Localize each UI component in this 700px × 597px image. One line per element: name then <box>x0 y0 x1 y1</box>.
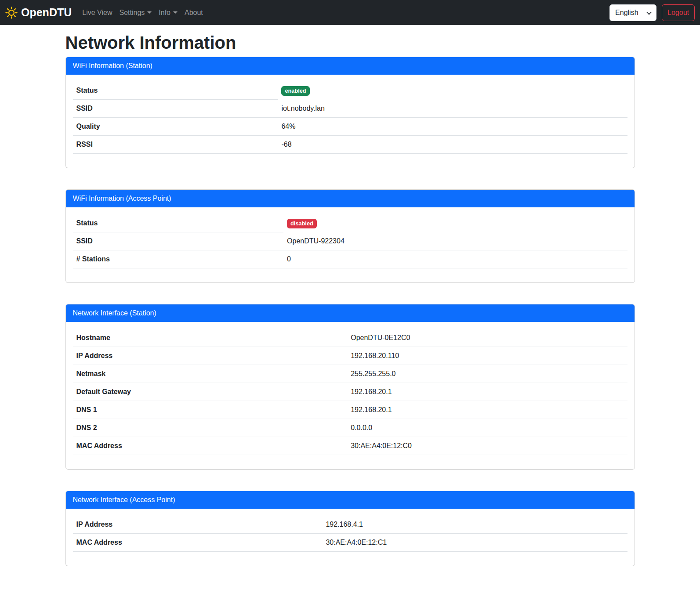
card-body: IP Address 192.168.4.1 MAC Address 30:AE… <box>66 509 635 566</box>
nav-item-label: About <box>185 7 203 18</box>
row-value: 192.168.20.1 <box>347 401 627 419</box>
row-value: 0 <box>283 250 627 268</box>
row-value: 192.168.20.110 <box>347 347 627 365</box>
table-row-dns2: DNS 2 0.0.0.0 <box>73 419 627 437</box>
row-value: 192.168.4.1 <box>322 516 627 534</box>
brand-link[interactable]: OpenDTU <box>5 4 72 21</box>
card-body: Status disabled SSID OpenDTU-922304 # St… <box>66 207 635 282</box>
nav-links: Live View Settings Info About <box>79 4 207 22</box>
chevron-down-icon <box>173 11 178 14</box>
card-header-network-interface-access-point: Network Interface (Access Point) <box>66 491 635 509</box>
wifi-access-point-table: Status disabled SSID OpenDTU-922304 # St… <box>73 214 627 268</box>
table-row-dns1: DNS 1 192.168.20.1 <box>73 401 627 419</box>
status-badge: enabled <box>281 86 309 96</box>
wifi-station-table: Status enabled SSID iot.nobody.lan Quali… <box>73 82 627 154</box>
table-row-hostname: Hostname OpenDTU-0E12C0 <box>73 329 627 347</box>
network-interface-station-table: Hostname OpenDTU-0E12C0 IP Address 192.1… <box>73 329 627 455</box>
network-interface-access-point-table: IP Address 192.168.4.1 MAC Address 30:AE… <box>73 516 627 552</box>
table-row-status: Status enabled <box>73 82 627 100</box>
row-value: OpenDTU-922304 <box>283 232 627 250</box>
card-wifi-station: WiFi Information (Station) Status enable… <box>65 57 635 168</box>
row-value: 64% <box>278 118 627 136</box>
row-label: SSID <box>73 100 278 118</box>
card-header-network-interface-station: Network Interface (Station) <box>66 304 635 322</box>
row-value: iot.nobody.lan <box>278 100 627 118</box>
nav-item-label: Settings <box>119 7 145 18</box>
card-header-wifi-station: WiFi Information (Station) <box>66 57 635 75</box>
table-row-ssid: SSID iot.nobody.lan <box>73 100 627 118</box>
status-badge: disabled <box>287 219 317 229</box>
card-wifi-access-point: WiFi Information (Access Point) Status d… <box>65 189 635 283</box>
card-body: Status enabled SSID iot.nobody.lan Quali… <box>66 75 635 168</box>
table-row-mac-address: MAC Address 30:AE:A4:0E:12:C0 <box>73 437 627 455</box>
row-value: 30:AE:A4:0E:12:C0 <box>347 437 627 455</box>
table-row-ip-address: IP Address 192.168.4.1 <box>73 516 627 534</box>
table-row-mac-address: MAC Address 30:AE:A4:0E:12:C1 <box>73 534 627 552</box>
row-label: DNS 2 <box>73 419 348 437</box>
navbar-right: English Logout <box>609 4 695 21</box>
brand-label: OpenDTU <box>21 4 72 21</box>
row-label: # Stations <box>73 250 284 268</box>
row-label: SSID <box>73 232 284 250</box>
row-label: MAC Address <box>73 534 323 552</box>
nav-item-label: Live View <box>82 7 112 18</box>
row-value: 30:AE:A4:0E:12:C1 <box>322 534 627 552</box>
row-label: RSSI <box>73 136 278 154</box>
row-value: enabled <box>278 82 627 100</box>
nav-item-live-view[interactable]: Live View <box>79 4 116 22</box>
table-row-status: Status disabled <box>73 214 627 232</box>
logout-button[interactable]: Logout <box>662 4 695 21</box>
card-network-interface-station: Network Interface (Station) Hostname Ope… <box>65 304 635 470</box>
row-label: MAC Address <box>73 437 348 455</box>
nav-item-info[interactable]: Info <box>155 4 181 22</box>
nav-item-label: Info <box>159 7 170 18</box>
row-label: Default Gateway <box>73 383 348 401</box>
card-header-wifi-access-point: WiFi Information (Access Point) <box>66 190 635 207</box>
nav-item-about[interactable]: About <box>181 4 207 22</box>
sun-icon <box>5 7 18 19</box>
row-value: 0.0.0.0 <box>347 419 627 437</box>
table-row-rssi: RSSI -68 <box>73 136 627 154</box>
row-value: OpenDTU-0E12C0 <box>347 329 627 347</box>
page-title: Network Information <box>65 32 635 53</box>
row-value: -68 <box>278 136 627 154</box>
row-value: 192.168.20.1 <box>347 383 627 401</box>
chevron-down-icon <box>147 11 152 14</box>
row-label: Status <box>73 82 278 100</box>
table-row-ssid: SSID OpenDTU-922304 <box>73 232 627 250</box>
language-select-wrap: English <box>609 4 656 21</box>
card-body: Hostname OpenDTU-0E12C0 IP Address 192.1… <box>66 322 635 469</box>
nav-item-settings[interactable]: Settings <box>116 4 155 22</box>
row-value: 255.255.255.0 <box>347 365 627 383</box>
language-select[interactable]: English <box>609 4 656 21</box>
main-content: Network Information WiFi Information (St… <box>60 25 640 584</box>
table-row-ip-address: IP Address 192.168.20.110 <box>73 347 627 365</box>
table-row-quality: Quality 64% <box>73 118 627 136</box>
table-row-stations: # Stations 0 <box>73 250 627 268</box>
row-value: disabled <box>283 214 627 232</box>
card-network-interface-access-point: Network Interface (Access Point) IP Addr… <box>65 491 635 566</box>
row-label: Status <box>73 214 284 232</box>
row-label: Netmask <box>73 365 348 383</box>
table-row-default-gateway: Default Gateway 192.168.20.1 <box>73 383 627 401</box>
navbar: OpenDTU Live View Settings Info About En… <box>0 0 700 25</box>
row-label: IP Address <box>73 347 348 365</box>
row-label: Quality <box>73 118 278 136</box>
row-label: IP Address <box>73 516 323 534</box>
row-label: Hostname <box>73 329 348 347</box>
table-row-netmask: Netmask 255.255.255.0 <box>73 365 627 383</box>
row-label: DNS 1 <box>73 401 348 419</box>
